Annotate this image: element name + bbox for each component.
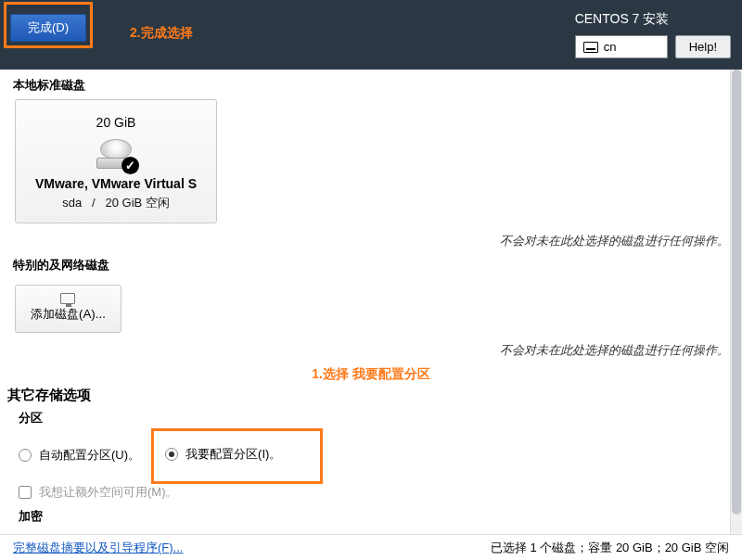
scrollbar[interactable] (730, 70, 742, 534)
harddisk-icon (96, 135, 135, 171)
encrypt-hint: 然后设置密码。 (158, 532, 242, 534)
disk-size: 20 GiB (16, 115, 216, 130)
add-disk-button[interactable]: 添加磁盘(A)... (15, 285, 122, 333)
partitioning-heading: 分区 (19, 410, 729, 426)
selection-status: 已选择 1 个磁盘；容量 20 GiB；20 GiB 空闲 (491, 540, 729, 556)
keyboard-indicator[interactable]: cn (575, 35, 668, 58)
step1-annotation: 1.选择 我要配置分区 (13, 366, 729, 383)
manual-partition-highlight: 我要配置分区(I)。 (151, 428, 323, 484)
radio-manual-label: 我要配置分区(I)。 (186, 446, 281, 463)
product-title: CENTOS 7 安装 (575, 11, 670, 28)
special-disks-note: 不会对未在此处选择的磁盘进行任何操作。 (13, 342, 729, 359)
scrollbar-thumb[interactable] (732, 70, 741, 515)
header-left: 完成(D) 2.完成选择 (0, 0, 575, 48)
device-icon (60, 293, 75, 304)
radio-icon (19, 449, 32, 462)
keyboard-icon (583, 42, 598, 53)
other-options-heading: 其它存储选项 (7, 387, 729, 404)
encrypt-label: 加密我的数据(E)。 (39, 532, 139, 534)
add-disk-label: 添加磁盘(A)... (31, 306, 106, 323)
extra-space-label: 我想让额外空间可用(M)。 (39, 484, 178, 501)
radio-icon (165, 448, 178, 461)
radio-auto-label: 自动配置分区(U)。 (39, 447, 140, 464)
header-right: CENTOS 7 安装 cn Help! (575, 0, 742, 58)
disk-summary-link[interactable]: 完整磁盘摘要以及引导程序(F)... (13, 540, 183, 556)
top-header: 完成(D) 2.完成选择 CENTOS 7 安装 cn Help! (0, 0, 742, 70)
radio-auto-partition[interactable]: 自动配置分区(U)。 (19, 447, 140, 464)
content-area: 本地标准磁盘 20 GiB VMware, VMware Virtual S s… (0, 70, 742, 534)
footer-bar: 完整磁盘摘要以及引导程序(F)... 已选择 1 个磁盘；容量 20 GiB；2… (0, 534, 742, 560)
disk-card-sda[interactable]: 20 GiB VMware, VMware Virtual S sda / 20… (15, 99, 217, 223)
local-disks-note: 不会对未在此处选择的磁盘进行任何操作。 (13, 233, 729, 249)
encryption-heading: 加密 (19, 508, 729, 525)
local-disks-heading: 本地标准磁盘 (13, 77, 729, 94)
special-disks-heading: 特别的及网络磁盘 (13, 257, 729, 274)
help-button[interactable]: Help! (675, 35, 731, 58)
radio-manual-partition[interactable]: 我要配置分区(I)。 (165, 446, 281, 463)
checkbox-extra-space: 我想让额外空间可用(M)。 (19, 484, 729, 501)
disk-subline: sda / 20 GiB 空闲 (16, 195, 216, 211)
check-icon (122, 157, 139, 174)
done-button[interactable]: 完成(D) (10, 14, 86, 42)
done-button-highlight: 完成(D) (4, 2, 93, 48)
disk-name: VMware, VMware Virtual S (16, 176, 216, 191)
checkbox-icon (19, 486, 32, 499)
keyboard-layout-label: cn (604, 40, 617, 54)
step2-annotation: 2.完成选择 (130, 25, 193, 42)
